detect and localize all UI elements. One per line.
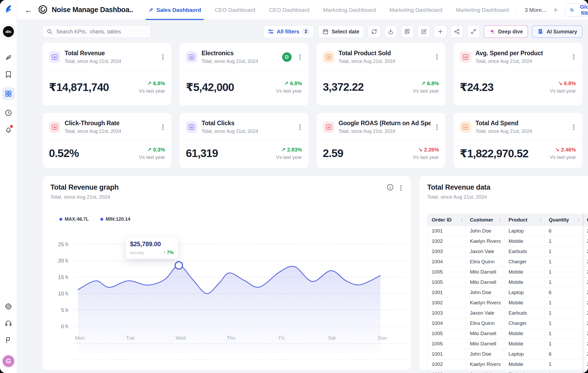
ai-summary-button[interactable]: AI Summary xyxy=(532,25,582,38)
column-header-order-date[interactable]: Order Date▴▾ xyxy=(582,214,588,226)
tab-label: Marketing Dashboard xyxy=(323,7,376,13)
tab-marketing-dashboard[interactable]: Marketing Dashboard xyxy=(316,0,383,20)
table-cell: 2024-01- xyxy=(582,236,588,246)
table-row[interactable]: 1002Kaelyn RiversMobile12024-01- xyxy=(427,359,588,369)
all-filters-button[interactable]: All filters 2 xyxy=(263,25,314,38)
search-box[interactable] xyxy=(42,25,151,38)
kpi-kebab-menu-icon[interactable] xyxy=(435,53,439,61)
bookmark-icon[interactable] xyxy=(4,70,12,78)
refresh-button[interactable] xyxy=(368,25,380,38)
table-row[interactable]: 1003Jaxon ValeEarbuds12024-01- xyxy=(427,246,588,256)
kpi-icon-chip xyxy=(323,121,334,133)
all-filters-count: 2 xyxy=(302,28,310,35)
table-row[interactable]: 1003Jaxon ValeEarbuds12024-01- xyxy=(427,308,588,318)
mini-bar-chart-icon xyxy=(188,54,195,61)
select-date-button[interactable]: Select date xyxy=(318,25,364,38)
kpi-kebab-menu-icon[interactable] xyxy=(572,123,576,131)
kpi-kebab-menu-icon[interactable] xyxy=(435,123,439,131)
svg-text:Tue: Tue xyxy=(126,335,135,341)
table-row[interactable]: 1005Milo DarnellMobile12024-01- xyxy=(427,277,588,287)
support-headphones-icon[interactable] xyxy=(4,319,12,327)
table-cell: 1 xyxy=(544,267,582,277)
table-cell: 2024-01- xyxy=(582,369,588,373)
deep-dive-button[interactable]: Deep dive xyxy=(484,25,528,38)
column-header-quantity[interactable]: Quantity▴▾ xyxy=(544,214,582,226)
clock-icon[interactable] xyxy=(4,109,12,117)
user-avatar[interactable]: G xyxy=(2,355,15,368)
sidebar-item-dashboards[interactable] xyxy=(2,87,15,100)
revenue-area-chart[interactable]: 25 h20 h15 h10 h5 h0 hMonTueWedThuFriSat… xyxy=(43,206,411,367)
tab-marketing-dashboard[interactable]: Marketing Dashboard xyxy=(383,0,449,20)
app-logo-icon[interactable] xyxy=(3,4,13,14)
column-header-customer[interactable]: Customer▴▾ xyxy=(466,214,504,226)
kpi-kebab-menu-icon[interactable] xyxy=(572,53,576,61)
table-row[interactable]: 1005Milo DarnellMobile12024-01- xyxy=(427,267,588,277)
table-cell: Kaelyn Rivers xyxy=(466,298,504,308)
widgets-button[interactable] xyxy=(401,25,414,38)
workspace-avatar[interactable]: abc xyxy=(2,25,15,38)
tab-ceo-dashboard[interactable]: CEO Dashboard xyxy=(208,0,262,20)
table-cell: 6 xyxy=(544,226,582,236)
kpi-kebab-menu-icon[interactable] xyxy=(298,123,302,131)
table-row[interactable]: 1005Milo DarnellMobile12024-01- xyxy=(427,328,588,339)
tab-ceo-dashboard[interactable]: CEO Dashboard xyxy=(262,0,316,20)
flag-icon[interactable] xyxy=(4,336,12,344)
edit-button[interactable] xyxy=(417,25,430,38)
table-row[interactable]: 1004Elira QuinnCharger12024-01- xyxy=(427,318,588,328)
settings-gear-icon[interactable] xyxy=(4,303,12,310)
sort-icon[interactable]: ▴▾ xyxy=(578,218,579,222)
table-cell: 2024-01- xyxy=(582,267,588,277)
add-tab-button[interactable]: + xyxy=(553,6,558,14)
sort-icon[interactable]: ▴▾ xyxy=(499,218,501,222)
kpi-value: ₹14,871,740 xyxy=(49,81,109,94)
more-tabs-button[interactable]: 3 More... xyxy=(525,7,546,13)
fullscreen-button[interactable] xyxy=(467,25,480,38)
edit-icon xyxy=(421,28,427,35)
kpi-kebab-menu-icon[interactable] xyxy=(298,53,302,61)
table-cell: Milo Darnell xyxy=(466,328,504,339)
table-cell: 2024-01- xyxy=(582,349,588,359)
sort-icon[interactable]: ▴▾ xyxy=(461,218,462,222)
kpi-kebab-menu-icon[interactable] xyxy=(161,53,165,61)
header: ← Noise Manage Dashboa.. Sales Dashbaord… xyxy=(17,0,588,20)
share-button[interactable] xyxy=(451,25,463,38)
table-row[interactable]: 1001John DoeLaptop62024-01- xyxy=(427,287,588,298)
feather-icon[interactable] xyxy=(4,54,12,62)
table-row[interactable]: 1001John DoeLaptop62024-01- xyxy=(427,349,588,359)
tab-label: CEO Dashboard xyxy=(269,7,310,13)
chart-area[interactable]: 25 h20 h15 h10 h5 h0 hMonTueWedThuFriSat… xyxy=(43,206,411,367)
kpi-vs-label: Vs last year xyxy=(550,88,576,94)
table-cell: Charger xyxy=(504,318,544,328)
highlighted-data-point[interactable] xyxy=(175,262,183,269)
sidebar-nav xyxy=(2,54,15,134)
table-row[interactable]: 1002Kaelyn RiversMobile12024-01- xyxy=(427,298,588,308)
table-row[interactable]: 1002Kaelyn RiversMobile12024-01- xyxy=(427,236,588,246)
table-row[interactable]: 1005Milo DarnellMobile12024-01- xyxy=(427,339,588,349)
mini-bar-chart-icon xyxy=(462,54,469,61)
table-cell: 1005 xyxy=(427,328,466,339)
chart-kebab-menu-icon[interactable] xyxy=(399,184,403,192)
tab-sales-dashbaord[interactable]: Sales Dashbaord xyxy=(141,0,208,20)
column-header-product[interactable]: Product▴▾ xyxy=(504,214,544,226)
table-row[interactable]: 1004Elira QuinnCharger12024-01- xyxy=(427,256,588,267)
download-button[interactable] xyxy=(384,25,397,38)
table-row[interactable]: 1001John DoeLaptop62024-01- xyxy=(427,226,588,236)
add-widget-button[interactable] xyxy=(434,25,447,38)
table-cell: Kaelyn Rivers xyxy=(466,236,504,246)
table-cell: 2024-01- xyxy=(582,318,588,328)
table-cell: Mobile xyxy=(504,298,544,308)
tab-marketing-dashboard[interactable]: Marketing Dashboard xyxy=(449,0,515,20)
search-input[interactable] xyxy=(56,28,147,35)
kpi-kebab-menu-icon[interactable] xyxy=(161,123,165,131)
sort-icon[interactable]: ▴▾ xyxy=(540,218,541,222)
info-icon[interactable] xyxy=(386,183,394,192)
mini-bar-chart-icon xyxy=(51,54,58,61)
global-filters-button[interactable]: Global filters 6 xyxy=(565,3,588,17)
kpi-vs-label: Vs last year xyxy=(276,88,302,94)
column-header-order-id[interactable]: Order ID▴▾ xyxy=(427,214,466,226)
notifications-bell-icon[interactable] xyxy=(4,126,12,134)
back-arrow-icon[interactable]: ← xyxy=(24,6,32,14)
dimension-badge[interactable]: D xyxy=(282,52,292,62)
table-row[interactable]: 1003Jaxon ValeEarbuds12024-01- xyxy=(427,369,588,373)
table-cell: Milo Darnell xyxy=(466,339,504,349)
